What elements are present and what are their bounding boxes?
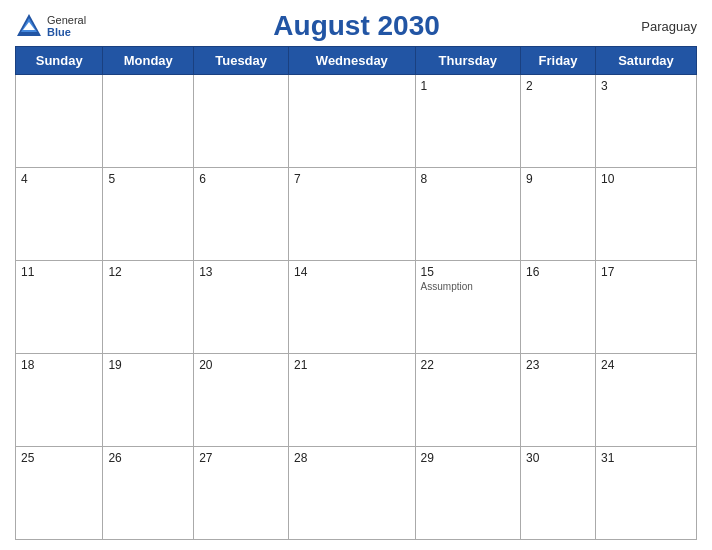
calendar-cell: 19 xyxy=(103,354,194,447)
logo: General Blue xyxy=(15,12,86,40)
day-number: 5 xyxy=(108,172,188,186)
calendar-title: August 2030 xyxy=(86,10,627,42)
calendar-cell: 5 xyxy=(103,168,194,261)
day-number: 27 xyxy=(199,451,283,465)
day-number: 1 xyxy=(421,79,515,93)
calendar-cell: 28 xyxy=(289,447,416,540)
day-number: 11 xyxy=(21,265,97,279)
calendar-week-row: 45678910 xyxy=(16,168,697,261)
day-number: 14 xyxy=(294,265,410,279)
calendar-cell: 12 xyxy=(103,261,194,354)
day-number: 7 xyxy=(294,172,410,186)
weekday-header-row: SundayMondayTuesdayWednesdayThursdayFrid… xyxy=(16,47,697,75)
country-label: Paraguay xyxy=(627,19,697,34)
weekday-header-monday: Monday xyxy=(103,47,194,75)
calendar-week-row: 18192021222324 xyxy=(16,354,697,447)
logo-icon xyxy=(15,12,43,40)
day-number: 13 xyxy=(199,265,283,279)
day-number: 15 xyxy=(421,265,515,279)
calendar-week-row: 1112131415Assumption1617 xyxy=(16,261,697,354)
day-event: Assumption xyxy=(421,281,515,292)
calendar-cell: 9 xyxy=(521,168,596,261)
calendar-cell: 13 xyxy=(194,261,289,354)
calendar-cell: 17 xyxy=(596,261,697,354)
day-number: 24 xyxy=(601,358,691,372)
day-number: 20 xyxy=(199,358,283,372)
calendar-cell: 10 xyxy=(596,168,697,261)
calendar-cell: 22 xyxy=(415,354,520,447)
calendar-cell: 6 xyxy=(194,168,289,261)
calendar-cell: 23 xyxy=(521,354,596,447)
day-number: 16 xyxy=(526,265,590,279)
day-number: 30 xyxy=(526,451,590,465)
calendar-cell: 2 xyxy=(521,75,596,168)
calendar-cell: 29 xyxy=(415,447,520,540)
calendar-cell: 14 xyxy=(289,261,416,354)
calendar-cell: 18 xyxy=(16,354,103,447)
calendar-cell: 7 xyxy=(289,168,416,261)
day-number: 31 xyxy=(601,451,691,465)
calendar-cell: 4 xyxy=(16,168,103,261)
calendar-week-row: 123 xyxy=(16,75,697,168)
calendar-cell xyxy=(103,75,194,168)
calendar-cell: 31 xyxy=(596,447,697,540)
day-number: 26 xyxy=(108,451,188,465)
calendar-cell: 3 xyxy=(596,75,697,168)
day-number: 19 xyxy=(108,358,188,372)
weekday-header-friday: Friday xyxy=(521,47,596,75)
logo-blue-text: Blue xyxy=(47,26,86,38)
day-number: 3 xyxy=(601,79,691,93)
calendar-cell: 1 xyxy=(415,75,520,168)
day-number: 22 xyxy=(421,358,515,372)
day-number: 17 xyxy=(601,265,691,279)
day-number: 4 xyxy=(21,172,97,186)
day-number: 18 xyxy=(21,358,97,372)
calendar-cell: 25 xyxy=(16,447,103,540)
day-number: 8 xyxy=(421,172,515,186)
day-number: 9 xyxy=(526,172,590,186)
weekday-header-thursday: Thursday xyxy=(415,47,520,75)
day-number: 25 xyxy=(21,451,97,465)
calendar-cell: 11 xyxy=(16,261,103,354)
day-number: 23 xyxy=(526,358,590,372)
calendar-cell: 24 xyxy=(596,354,697,447)
calendar-header: General Blue August 2030 Paraguay xyxy=(15,10,697,42)
weekday-header-sunday: Sunday xyxy=(16,47,103,75)
calendar-cell xyxy=(194,75,289,168)
calendar-table: SundayMondayTuesdayWednesdayThursdayFrid… xyxy=(15,46,697,540)
day-number: 6 xyxy=(199,172,283,186)
calendar-cell: 27 xyxy=(194,447,289,540)
calendar-cell: 20 xyxy=(194,354,289,447)
day-number: 2 xyxy=(526,79,590,93)
calendar-cell: 21 xyxy=(289,354,416,447)
day-number: 28 xyxy=(294,451,410,465)
weekday-header-wednesday: Wednesday xyxy=(289,47,416,75)
day-number: 12 xyxy=(108,265,188,279)
calendar-cell: 26 xyxy=(103,447,194,540)
calendar-cell xyxy=(16,75,103,168)
calendar-cell: 15Assumption xyxy=(415,261,520,354)
calendar-cell: 16 xyxy=(521,261,596,354)
day-number: 29 xyxy=(421,451,515,465)
calendar-cell xyxy=(289,75,416,168)
day-number: 21 xyxy=(294,358,410,372)
calendar-cell: 8 xyxy=(415,168,520,261)
weekday-header-tuesday: Tuesday xyxy=(194,47,289,75)
day-number: 10 xyxy=(601,172,691,186)
calendar-cell: 30 xyxy=(521,447,596,540)
logo-general-text: General xyxy=(47,14,86,26)
calendar-week-row: 25262728293031 xyxy=(16,447,697,540)
weekday-header-saturday: Saturday xyxy=(596,47,697,75)
